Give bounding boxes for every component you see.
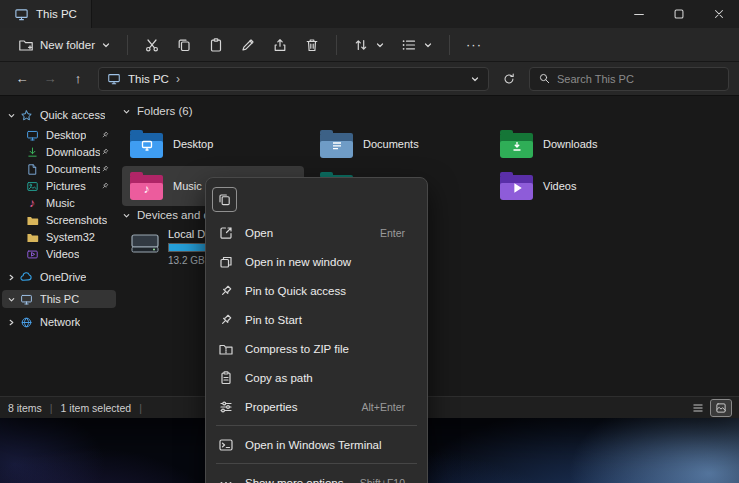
folders-section-header[interactable]: Folders (6) bbox=[122, 105, 193, 117]
command-bar: New folder ··· bbox=[0, 28, 739, 62]
folder-tile-label: Downloads bbox=[543, 138, 597, 150]
more-options-icon bbox=[218, 475, 234, 483]
sidebar-item-label: Pictures bbox=[46, 180, 86, 192]
tab-title: This PC bbox=[36, 8, 77, 20]
sidebar-item-pictures[interactable]: Pictures bbox=[2, 177, 116, 195]
new-window-icon bbox=[218, 254, 234, 270]
menu-item-properties[interactable]: Properties Alt+Enter bbox=[210, 392, 423, 421]
view-button[interactable] bbox=[393, 32, 441, 58]
back-button[interactable]: ← bbox=[10, 67, 34, 91]
menu-item-open[interactable]: Open Enter bbox=[210, 218, 423, 247]
share-button[interactable] bbox=[264, 32, 296, 58]
sidebar-item-documents[interactable]: Documents bbox=[2, 160, 116, 178]
sidebar-item-network[interactable]: Network bbox=[2, 313, 116, 331]
desktop-screen: This PC New folder bbox=[0, 0, 739, 483]
folder-tile-documents[interactable]: Documents bbox=[312, 124, 494, 164]
menu-item-pin-to-start[interactable]: Pin to Start bbox=[210, 305, 423, 334]
videos-folder-icon bbox=[500, 173, 533, 200]
menu-item-open-in-new-window[interactable]: Open in new window bbox=[210, 247, 423, 276]
menu-shortcut: Alt+Enter bbox=[362, 401, 415, 413]
pin-icon bbox=[100, 147, 110, 157]
delete-button[interactable] bbox=[296, 32, 328, 58]
see-more-icon: ··· bbox=[466, 37, 482, 52]
section-header-label: Folders (6) bbox=[137, 105, 193, 117]
folder-tile-label: Desktop bbox=[173, 138, 213, 150]
rename-button[interactable] bbox=[232, 32, 264, 58]
sidebar-item-label: Downloads bbox=[46, 146, 100, 158]
titlebar[interactable]: This PC bbox=[0, 0, 739, 28]
address-dropdown-button[interactable] bbox=[470, 74, 480, 84]
sidebar-item-label: Screenshots bbox=[46, 214, 107, 226]
search-input[interactable] bbox=[557, 73, 720, 85]
folder-icon bbox=[24, 231, 40, 244]
selection-count: 1 item selected bbox=[61, 402, 132, 414]
chevron-right-icon[interactable] bbox=[4, 318, 18, 327]
sidebar-item-onedrive[interactable]: OneDrive bbox=[2, 268, 116, 286]
chevron-down-icon bbox=[101, 40, 111, 50]
sort-icon bbox=[353, 37, 369, 53]
terminal-icon bbox=[218, 437, 234, 453]
music-folder-icon: ♪ bbox=[130, 173, 163, 200]
chevron-down-icon bbox=[375, 40, 385, 50]
forward-button[interactable]: → bbox=[38, 67, 62, 91]
sidebar-item-videos[interactable]: Videos bbox=[2, 245, 116, 263]
downloads-icon bbox=[24, 146, 40, 159]
menu-item-compress-to-zip[interactable]: Compress to ZIP file bbox=[210, 334, 423, 363]
this-pc-icon bbox=[14, 7, 29, 22]
close-button[interactable] bbox=[699, 0, 739, 28]
chevron-right-icon[interactable] bbox=[4, 273, 18, 282]
context-menu-icon-row bbox=[210, 182, 423, 216]
more-options-button[interactable]: ··· bbox=[458, 32, 490, 57]
toolbar-separator bbox=[336, 35, 337, 55]
sidebar-item-this-pc[interactable]: This PC bbox=[2, 290, 116, 308]
thumbnail-view-button[interactable] bbox=[711, 400, 731, 416]
refresh-button[interactable] bbox=[497, 67, 521, 91]
copy-button[interactable] bbox=[168, 32, 200, 58]
cut-icon bbox=[144, 37, 160, 53]
folder-tile-downloads[interactable]: Downloads bbox=[492, 124, 674, 164]
sidebar-item-screenshots[interactable]: Screenshots bbox=[2, 211, 116, 229]
sidebar-item-downloads[interactable]: Downloads bbox=[2, 143, 116, 161]
copy-button[interactable] bbox=[212, 187, 237, 212]
delete-icon bbox=[304, 37, 320, 53]
breadcrumb-chevron-icon[interactable]: › bbox=[176, 72, 180, 86]
folder-tile-desktop[interactable]: Desktop bbox=[122, 124, 304, 164]
breadcrumb[interactable]: This PC › bbox=[98, 67, 489, 91]
menu-item-open-in-windows-terminal[interactable]: Open in Windows Terminal bbox=[210, 430, 423, 459]
folder-tile-label: Videos bbox=[543, 180, 576, 192]
folder-tile-videos[interactable]: Videos bbox=[492, 166, 674, 206]
sidebar-item-system32[interactable]: System32 bbox=[2, 228, 116, 246]
chevron-down-icon[interactable] bbox=[4, 295, 18, 304]
sort-button[interactable] bbox=[345, 32, 393, 58]
search-icon bbox=[538, 72, 551, 85]
breadcrumb-location[interactable]: This PC bbox=[128, 73, 169, 85]
this-pc-icon bbox=[18, 293, 34, 306]
downloads-folder-icon bbox=[500, 131, 533, 158]
network-globe-icon bbox=[18, 316, 34, 329]
menu-shortcut: Enter bbox=[380, 227, 415, 239]
new-folder-button[interactable]: New folder bbox=[10, 32, 119, 58]
minimize-button[interactable] bbox=[619, 0, 659, 28]
cut-button[interactable] bbox=[136, 32, 168, 58]
sidebar-item-label: Documents bbox=[46, 163, 100, 175]
details-view-button[interactable] bbox=[688, 400, 708, 416]
sidebar-item-music[interactable]: ♪ Music bbox=[2, 194, 116, 212]
folder-icon bbox=[24, 214, 40, 227]
up-button[interactable]: ↑ bbox=[66, 67, 90, 91]
explorer-tab[interactable]: This PC bbox=[0, 0, 92, 28]
sidebar-item-quick-access[interactable]: Quick access bbox=[2, 106, 116, 124]
menu-item-copy-as-path[interactable]: Copy as path bbox=[210, 363, 423, 392]
chevron-down-icon[interactable] bbox=[4, 111, 18, 120]
sidebar-item-label: Quick access bbox=[40, 109, 105, 121]
sidebar-item-desktop[interactable]: Desktop bbox=[2, 126, 116, 144]
items-count: 8 items bbox=[8, 402, 42, 414]
menu-item-pin-to-quick-access[interactable]: Pin to Quick access bbox=[210, 276, 423, 305]
document-icon bbox=[24, 163, 40, 176]
menu-item-show-more-options[interactable]: Show more options Shift+F10 bbox=[210, 468, 423, 483]
toolbar-separator bbox=[449, 35, 450, 55]
open-icon bbox=[218, 225, 234, 241]
paste-button[interactable] bbox=[200, 32, 232, 58]
documents-folder-icon bbox=[320, 131, 353, 158]
maximize-button[interactable] bbox=[659, 0, 699, 28]
search-box[interactable] bbox=[529, 67, 729, 91]
